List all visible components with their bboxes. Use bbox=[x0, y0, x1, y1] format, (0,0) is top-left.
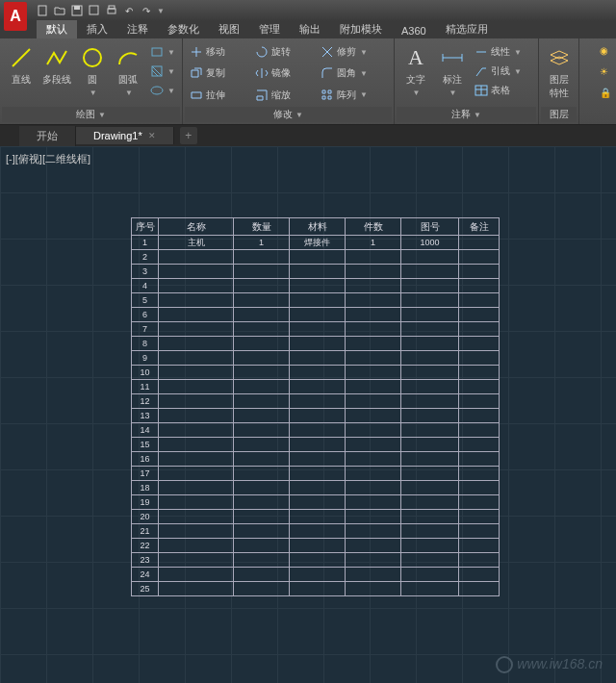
fillet-icon bbox=[321, 66, 334, 80]
table-row[interactable]: 18 bbox=[132, 481, 500, 495]
polyline-button[interactable]: 多段线 bbox=[39, 42, 73, 89]
fillet-button[interactable]: 圆角▼ bbox=[318, 63, 381, 83]
table-row[interactable]: 5 bbox=[132, 293, 500, 308]
rotate-icon bbox=[255, 45, 269, 59]
line-button[interactable]: 直线 bbox=[4, 42, 38, 89]
table-row[interactable]: 24 bbox=[132, 568, 500, 582]
table-row[interactable]: 8 bbox=[132, 337, 500, 351]
panel-layer-title: 图层 bbox=[550, 108, 569, 121]
close-icon[interactable]: ✕ bbox=[148, 131, 156, 140]
ribbon-tab-0[interactable]: 默认 bbox=[37, 20, 77, 38]
mirror-button[interactable]: 镜像 bbox=[252, 63, 316, 83]
table-row[interactable]: 11 bbox=[132, 380, 500, 394]
drawing-canvas[interactable]: [-][俯视][二维线框] 序号名称数量材料件数图号备注1主机1焊接件11000… bbox=[0, 146, 616, 683]
file-tab-0[interactable]: 开始 bbox=[19, 126, 76, 146]
panel-annot-title: 注释 bbox=[451, 108, 471, 121]
table-row[interactable]: 25 bbox=[132, 582, 500, 596]
file-tab-1[interactable]: Drawing1*✕ bbox=[76, 127, 174, 144]
panel-modify: 移动旋转修剪▼复制镜像圆角▼拉伸缩放阵列▼ 修改▼ bbox=[183, 38, 395, 124]
arc-button[interactable]: 圆弧▼ bbox=[112, 42, 145, 99]
ribbon-tab-7[interactable]: 附加模块 bbox=[330, 20, 392, 38]
table-row[interactable]: 16 bbox=[132, 452, 500, 467]
scale-icon bbox=[255, 89, 269, 102]
ribbon-tab-2[interactable]: 注释 bbox=[117, 20, 158, 38]
panel-utilities: ◉ ☀ 🔒 bbox=[595, 38, 616, 124]
sun-icon[interactable]: ☀ bbox=[597, 62, 614, 81]
qat-undo-icon[interactable]: ↶ bbox=[121, 3, 137, 18]
svg-rect-5 bbox=[109, 6, 115, 9]
svg-rect-8 bbox=[152, 48, 162, 56]
ribbon: 直线 多段线 圆▼ 圆弧▼ ▼ ▼ ▼ 绘图▼ 移动旋转修剪▼复制镜像圆角▼拉伸… bbox=[0, 38, 616, 125]
layer-label: 图层 特性 bbox=[550, 73, 569, 100]
table-row[interactable]: 15 bbox=[132, 438, 500, 452]
copy-button[interactable]: 复制 bbox=[187, 63, 250, 83]
linear-dim-button[interactable]: 线性▼ bbox=[472, 42, 525, 62]
qat-print-icon[interactable] bbox=[104, 3, 119, 18]
table-row[interactable]: 1主机1焊接件11000 bbox=[132, 236, 500, 250]
file-tab-bar: 开始Drawing1*✕+ bbox=[0, 125, 616, 146]
table-row[interactable]: 22 bbox=[132, 539, 500, 553]
move-icon bbox=[190, 45, 203, 59]
app-logo[interactable]: A bbox=[4, 2, 27, 31]
svg-rect-2 bbox=[74, 6, 80, 10]
dimension-button[interactable]: 标注▼ bbox=[435, 42, 470, 99]
svg-point-12 bbox=[151, 87, 163, 94]
table-row[interactable]: 2 bbox=[132, 250, 500, 265]
table-row[interactable]: 23 bbox=[132, 553, 500, 568]
table-row[interactable]: 21 bbox=[132, 524, 500, 539]
lock-icon[interactable]: 🔒 bbox=[597, 83, 614, 102]
ribbon-tab-1[interactable]: 插入 bbox=[77, 20, 117, 38]
table-button[interactable]: 表格 bbox=[472, 81, 525, 100]
rotate-button[interactable]: 旋转 bbox=[252, 42, 316, 62]
qat-new-icon[interactable] bbox=[35, 3, 50, 18]
table-row[interactable]: 4 bbox=[132, 279, 500, 293]
ribbon-tab-8[interactable]: A360 bbox=[392, 23, 436, 38]
scale-button[interactable]: 缩放 bbox=[252, 86, 316, 105]
table-row[interactable]: 3 bbox=[132, 265, 500, 279]
quick-access-toolbar: ↶ ↷ ▼ bbox=[0, 0, 616, 21]
panel-layer: 图层 特性 图层 bbox=[539, 38, 579, 124]
drawing-table[interactable]: 序号名称数量材料件数图号备注1主机1焊接件1100023456789101112… bbox=[131, 217, 500, 596]
hatch-icon[interactable]: ▼ bbox=[147, 62, 178, 81]
light-icon[interactable]: ◉ bbox=[597, 40, 614, 60]
trim-icon bbox=[321, 45, 334, 59]
table-row[interactable]: 9 bbox=[132, 351, 500, 366]
stretch-button[interactable]: 拉伸 bbox=[187, 86, 250, 105]
table-row[interactable]: 7 bbox=[132, 322, 500, 337]
svg-rect-4 bbox=[108, 9, 116, 13]
qat-saveas-icon[interactable] bbox=[87, 3, 102, 18]
viewport-label[interactable]: [-][俯视][二维线框] bbox=[6, 152, 90, 166]
ribbon-tab-5[interactable]: 管理 bbox=[249, 20, 290, 38]
trim-button[interactable]: 修剪▼ bbox=[318, 42, 381, 62]
ribbon-tab-4[interactable]: 视图 bbox=[209, 20, 249, 38]
array-button[interactable]: 阵列▼ bbox=[318, 86, 381, 105]
qat-save-icon[interactable] bbox=[69, 3, 85, 18]
table-row[interactable]: 10 bbox=[132, 366, 500, 380]
stretch-icon bbox=[190, 89, 203, 102]
array-icon bbox=[321, 89, 334, 102]
table-row[interactable]: 13 bbox=[132, 409, 500, 423]
qat-dropdown-icon[interactable]: ▼ bbox=[157, 7, 165, 15]
circle-button[interactable]: 圆▼ bbox=[76, 42, 110, 99]
move-button[interactable]: 移动 bbox=[187, 42, 250, 62]
panel-draw-title: 绘图 bbox=[76, 108, 95, 121]
ellipse-icon[interactable]: ▼ bbox=[147, 81, 178, 100]
table-row[interactable]: 17 bbox=[132, 467, 500, 481]
add-tab-button[interactable]: + bbox=[180, 127, 197, 144]
leader-button[interactable]: 引线▼ bbox=[472, 62, 525, 81]
layer-properties-button[interactable]: 图层 特性 bbox=[543, 42, 575, 102]
table-header-row: 序号名称数量材料件数图号备注 bbox=[132, 218, 500, 236]
table-row[interactable]: 20 bbox=[132, 510, 500, 524]
rect-icon[interactable]: ▼ bbox=[147, 42, 178, 62]
watermark: www.iw168.cn bbox=[496, 656, 603, 673]
table-row[interactable]: 19 bbox=[132, 495, 500, 510]
ribbon-tab-6[interactable]: 输出 bbox=[290, 20, 330, 38]
text-button[interactable]: A文字▼ bbox=[398, 42, 433, 99]
table-row[interactable]: 12 bbox=[132, 394, 500, 409]
table-row[interactable]: 6 bbox=[132, 308, 500, 322]
qat-redo-icon[interactable]: ↷ bbox=[139, 3, 154, 18]
ribbon-tab-3[interactable]: 参数化 bbox=[158, 20, 209, 38]
table-row[interactable]: 14 bbox=[132, 423, 500, 438]
ribbon-tab-9[interactable]: 精选应用 bbox=[436, 20, 498, 38]
qat-open-icon[interactable] bbox=[52, 3, 67, 18]
